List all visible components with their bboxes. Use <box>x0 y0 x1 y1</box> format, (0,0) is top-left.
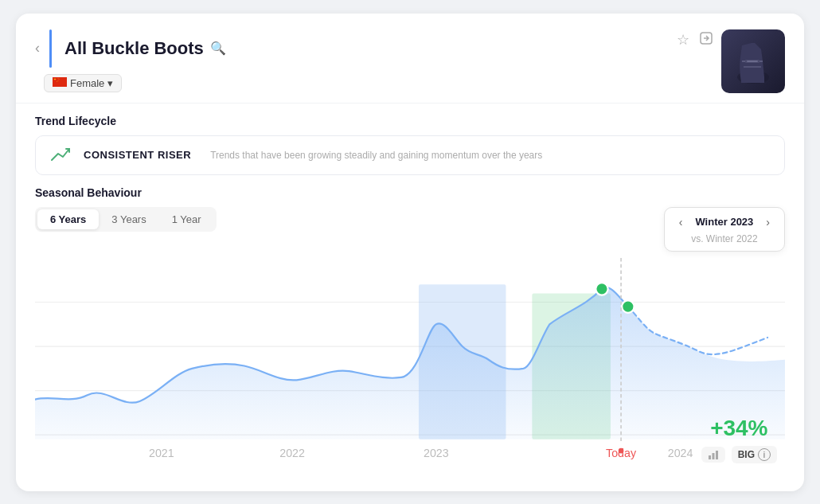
big-label: BIG <box>738 449 755 460</box>
gender-label: Female <box>70 77 104 89</box>
header: ‹ All Buckle Boots 🔍 <box>16 14 804 104</box>
svg-text:2021: 2021 <box>149 446 174 459</box>
prev-winter-button[interactable]: ‹ <box>676 214 686 230</box>
seasonal-header: Seasonal Behaviour <box>35 186 785 199</box>
big-badge: BIG i <box>732 446 777 463</box>
svg-text:2023: 2023 <box>424 446 449 459</box>
metric-value: +34% <box>710 416 767 441</box>
svg-point-29 <box>619 447 624 453</box>
winter-row: ‹ Winter 2023 › <box>676 214 773 230</box>
body: Trend Lifecycle CONSISTENT RISER Trends … <box>16 104 804 491</box>
flag-icon <box>53 77 67 89</box>
title-row: ‹ All Buckle Boots 🔍 <box>35 29 226 68</box>
svg-rect-15 <box>747 61 758 62</box>
tab-3years[interactable]: 3 Years <box>99 209 158 229</box>
header-right: ☆ <box>675 29 785 93</box>
info-icon: i <box>758 448 771 461</box>
svg-rect-33 <box>716 451 718 459</box>
svg-text:2024: 2024 <box>668 446 693 459</box>
chevron-down-icon: ▾ <box>107 77 113 89</box>
left-accent-border <box>49 29 52 68</box>
svg-rect-31 <box>709 455 711 459</box>
chart-svg: 2021 2022 2023 Today 2024 +34% <box>35 258 785 488</box>
filter-row: Female ▾ <box>44 74 226 92</box>
metric-badges: BIG i <box>701 446 777 463</box>
winter-selector: ‹ Winter 2023 › vs. Winter 2022 <box>664 207 785 252</box>
search-button[interactable]: 🔍 <box>210 41 226 56</box>
svg-point-23 <box>622 300 634 313</box>
winter-label: Winter 2023 <box>695 216 753 228</box>
vs-label: vs. Winter 2022 <box>691 233 757 244</box>
tab-6years[interactable]: 6 Years <box>37 209 99 229</box>
main-card: ‹ All Buckle Boots 🔍 <box>16 14 804 491</box>
svg-rect-6 <box>53 77 67 87</box>
page-title: All Buckle Boots <box>64 38 204 59</box>
next-winter-button[interactable]: › <box>763 214 773 230</box>
riser-label: CONSISTENT RISER <box>84 149 191 161</box>
thumbnail-image <box>721 29 785 93</box>
back-button[interactable]: ‹ <box>35 40 40 57</box>
trend-lifecycle-title: Trend Lifecycle <box>35 115 785 127</box>
riser-icon <box>50 146 72 165</box>
favorite-button[interactable]: ☆ <box>675 29 691 50</box>
svg-text:2022: 2022 <box>279 446 305 459</box>
page-container: ‹ All Buckle Boots 🔍 <box>0 0 820 504</box>
share-button[interactable] <box>697 29 715 51</box>
year-tabs: 6 Years 3 Years 1 Year <box>35 207 217 232</box>
trend-lifecycle-card: CONSISTENT RISER Trends that have been g… <box>35 135 785 175</box>
gender-filter[interactable]: Female ▾ <box>44 74 122 92</box>
svg-rect-32 <box>712 453 714 459</box>
product-thumbnail <box>721 29 785 93</box>
svg-point-22 <box>595 283 607 295</box>
bar-chart-icon-badge <box>701 447 725 463</box>
chart-area: 2021 2022 2023 Today 2024 +34% <box>35 258 785 488</box>
seasonal-title: Seasonal Behaviour <box>35 186 142 199</box>
seasonal-section: Seasonal Behaviour 6 Years 3 Years 1 Yea… <box>35 186 785 488</box>
tab-1year[interactable]: 1 Year <box>159 209 214 229</box>
riser-description: Trends that have been growing steadily a… <box>210 150 542 161</box>
header-left: ‹ All Buckle Boots 🔍 <box>35 29 226 92</box>
